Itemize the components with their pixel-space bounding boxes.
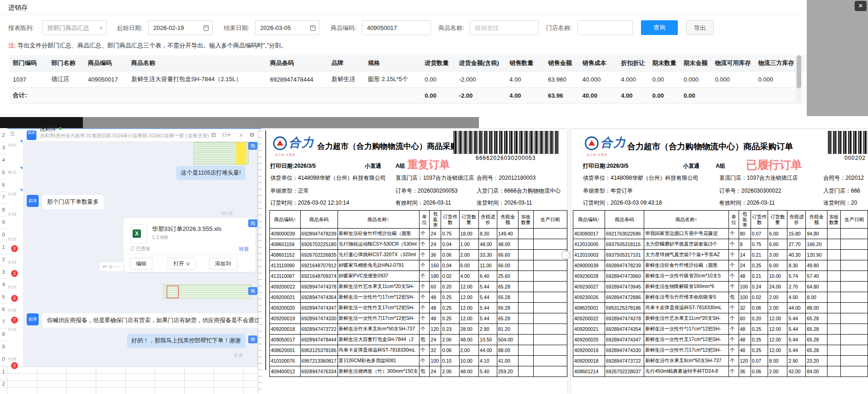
order-table-row: 4086200016953125378186尚泰卡皮弹盖保温杯ST-781833… — [270, 345, 567, 356]
order-table-row: 4086011566926702225180先行驰锐运动瓶CSY-530CR（5… — [270, 239, 567, 250]
excel-row-number: 1 — [0, 241, 7, 254]
total-row: 合计:0.00-2.004.0063.9640.004.000.000.00 — [9, 88, 807, 104]
column-header: 商品条码 — [605, 211, 644, 229]
start-date-input[interactable]: 2026-02-19 — [148, 20, 213, 35]
heli-logo-triangle — [277, 140, 283, 146]
split-panel-icon[interactable]: ⊟ — [211, 131, 216, 138]
excel-file-icon: X — [131, 224, 147, 244]
chat-list-time[interactable]: 9:33 — [8, 285, 23, 289]
excel-row-number: 2 — [0, 129, 7, 142]
excel-row-number: 0 — [0, 229, 7, 241]
scrollbar-track[interactable] — [796, 54, 802, 102]
add-member-icon[interactable]: ⚇+ — [222, 131, 231, 138]
chat-list-time[interactable]: 9:32 — [8, 308, 23, 312]
column-header: 商品编码 — [84, 55, 128, 71]
chat-list-time[interactable]: 0-26 — [8, 192, 23, 196]
export-button[interactable]: 导出 — [686, 20, 714, 35]
order-status-stamp: 重复订单 — [408, 158, 450, 172]
product-name-label: 商品名称: — [438, 24, 464, 32]
doc-type: 单据类型：年货订单 — [583, 187, 633, 195]
product-name-input[interactable]: 模糊查找 — [470, 20, 539, 35]
start-date-label: 起始日期: — [117, 24, 143, 32]
order-table-row: 4131100876921648709374好暖家PVC坐便垫0937个1800… — [270, 271, 567, 282]
avatar[interactable]: 莉萍 — [27, 313, 39, 325]
logo-tagline: 合力兴 力无穷 — [587, 153, 607, 157]
add-to-button[interactable]: 添加到 — [209, 258, 237, 270]
order-table-row: 4090500176928947478444新鲜生活大容量打包盒SH-7844（… — [270, 335, 567, 345]
edit-button[interactable]: 编辑 — [130, 258, 152, 270]
sent-message: 好的！，那我马上找库控部帮忙下单！谢谢 — [127, 334, 246, 348]
contract-no: 合同号：202012 — [823, 174, 864, 182]
sent-excel-strip-image[interactable] — [163, 284, 252, 299]
unread-corner-mark — [20, 140, 23, 143]
excel-row-number: 0 — [0, 353, 7, 366]
chat-contact-detail: 况莉萍(贵州合力超市-01集团总部-0116审计监察部-011601监察一室 |… — [40, 133, 209, 139]
scrollbar-thumb[interactable] — [797, 55, 801, 88]
product-code-input[interactable]: 409050017 — [362, 20, 431, 35]
supplier: 供货单位：4148098华塑（台州）科技有限公司 — [270, 174, 386, 182]
heli-logo-text: 合力 — [289, 135, 315, 151]
column-header: 商品名称 — [128, 55, 267, 71]
excel-highlight-column — [236, 142, 246, 165]
series-select[interactable]: 按部门商品汇总 ∨ — [42, 20, 107, 35]
file-message-card[interactable]: X 华塑33订单2026.3.555.xls 1.2 MB ◎ 已查收 转发 编… — [123, 218, 256, 272]
search-icon[interactable]: ⌕ — [239, 131, 243, 139]
column-header: 商品条码 — [266, 55, 327, 71]
order-table-row: 4092300266928947472886新鲜生活弯头竹纤维本色纸吸管S包10… — [573, 292, 868, 303]
end-date-input[interactable]: 2026-03-05 — [255, 20, 320, 35]
message-hover-toolbar[interactable]: ↩☺⋯ — [99, 262, 124, 272]
order-table-row: 4101000766957213360817富日26CM彩色多用盆6081个10… — [270, 356, 567, 366]
note-text: 注: 导出文件分部门汇总、商品汇总、部门商品汇总三个表，不需分开导出。输入多个商… — [8, 41, 287, 50]
chat-list-time[interactable]: 昨天 — [8, 170, 23, 176]
column-header: 物流可用库存 — [711, 55, 754, 71]
chat-list-time[interactable]: 9:32 — [8, 327, 23, 332]
column-header: 销售数量 — [506, 55, 544, 71]
group: A组 — [716, 162, 725, 170]
excel-row-number: 4 — [0, 154, 7, 167]
column-header: 含税金额 — [497, 211, 518, 229]
close-icon[interactable]: ✕ — [855, 1, 867, 11]
file-received-status: ◎ 已查收 — [130, 246, 151, 252]
order-table-row: 4090000396928947478239新鲜生活轻食竹纤维沙拉碗（圆形个24… — [573, 260, 868, 271]
barcode-number: 000202 — [845, 155, 866, 161]
gear-icon[interactable]: ⚙ — [249, 131, 255, 138]
query-button[interactable]: 查询 — [641, 20, 678, 35]
product-code-label: 商品编码: — [331, 24, 356, 32]
unread-count-badge: 2 — [11, 362, 18, 369]
chat-list-rail[interactable]: 9:00昨天0-269:349:3329:3329:3329:3279:329:… — [7, 129, 23, 366]
valid-time: 有效时间：2026-03-11 — [396, 199, 451, 207]
chat-list-time[interactable]: 9:33 — [8, 260, 23, 265]
table-row[interactable]: 1037德江店409050017新鲜生活大容量打包盒SH-7844（2.15L）… — [9, 71, 807, 88]
received-message: 那个门店下单数量多 — [42, 195, 104, 209]
inbound-store: 入货门店：6666合力购物物流中心 — [477, 187, 561, 195]
unread-count-badge: 7 — [11, 317, 18, 323]
avatar[interactable]: 莉萍 — [27, 195, 39, 207]
end-date-label: 结束日期: — [224, 24, 250, 32]
open-button[interactable]: 打开 ∨ — [168, 258, 196, 270]
deliver-time: 送货时间：2026-03-11 — [477, 199, 532, 207]
chat-header: 莉萍 况莉萍 况莉萍(贵州合力超市-01集团总部-0116审计监察部-01160… — [23, 129, 261, 142]
store-name-input[interactable] — [577, 20, 633, 35]
order-table-row: 4092000226928947474378新鲜生活竹艺水果叉11cm*20支S… — [573, 313, 868, 324]
forward-link[interactable]: 转发 — [239, 246, 249, 253]
chat-list-time[interactable]: 9:33 — [8, 237, 23, 241]
sent-excel-image[interactable] — [193, 142, 249, 165]
read-status-badge: 阅 — [248, 142, 257, 150]
barcode — [828, 131, 868, 154]
order-table-header: 商品编码↑商品条码商品名称↑单位包装率订货件数订货数量含税进价含税金额实收数量生… — [573, 211, 868, 229]
column-header: 商品名称↑ — [338, 211, 419, 229]
chat-list-time[interactable]: 9:00 — [8, 143, 23, 147]
store-name-label: 门店名称: — [546, 24, 572, 32]
valid-time: 有效时间：2026-03-11 — [719, 199, 775, 207]
column-header: 进货金额(含税) — [455, 55, 506, 71]
pager-handle[interactable] — [561, 251, 570, 259]
order-table-row: 4092300286928947473960新鲜生活一次性竹吸管20cm*10支… — [573, 271, 868, 282]
chat-window: 莉萍 况莉萍 况莉萍(贵州合力超市-01集团总部-0116审计监察部-01160… — [23, 129, 261, 366]
chat-list-time[interactable]: 9:28 — [8, 357, 23, 361]
chat-list-time[interactable]: 9:34 — [8, 212, 23, 217]
modal-title: 进销存 — [8, 4, 28, 12]
channel: 小直通 — [683, 162, 699, 170]
column-header: 单位 — [728, 211, 739, 229]
sent-image-caption: 这个是1105店打堆头量! — [176, 166, 245, 180]
menu-icon[interactable]: ☰ — [10, 131, 15, 137]
